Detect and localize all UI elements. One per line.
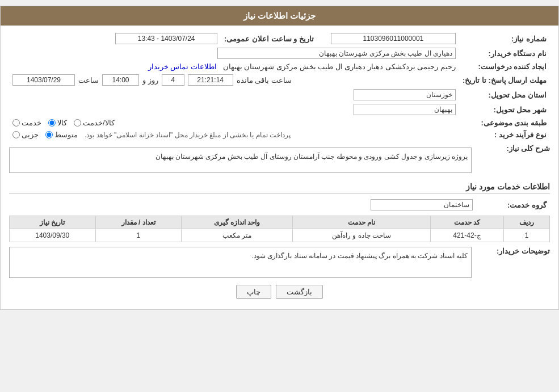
category-radio-service[interactable]: [12, 119, 20, 127]
col-header-date: تاریخ نیاز: [10, 216, 96, 229]
process-label: نوع فرآیند خرید :: [459, 129, 550, 141]
table-cell-date: 1403/09/30: [10, 229, 96, 242]
creator-label: ایجاد کننده درخواست:: [459, 61, 550, 73]
back-button[interactable]: بازگشت: [276, 285, 323, 299]
service-table: ردیف کد حدمت نام حدمت واحد اندازه گیری ت…: [9, 216, 550, 242]
process-note: پرداخت تمام یا بخشی از مبلغ خریدار محل "…: [85, 131, 291, 139]
process-partial-label: جزیی: [22, 130, 39, 139]
col-header-unit: واحد اندازه گیری: [181, 216, 292, 229]
col-header-name: نام حدمت: [293, 216, 431, 229]
remaining-time-label: ساعت باقی مانده: [237, 76, 292, 85]
page-header: جزئیات اطلاعات نیاز: [1, 6, 558, 26]
category-both-label: کالا/خدمت: [83, 119, 115, 127]
process-option-medium[interactable]: متوسط: [45, 130, 78, 139]
table-cell-unit: متر مکعب: [181, 229, 292, 242]
deadline-day-label: روز و: [142, 76, 158, 85]
service-info-title: اطلاعات خدمات مورد نیاز: [9, 182, 550, 194]
contact-link[interactable]: اطلاعات تماس خریدار: [148, 62, 217, 71]
process-radio-partial[interactable]: [12, 131, 20, 138]
process-radio-medium[interactable]: [45, 131, 53, 138]
category-service-label: خدمت: [22, 119, 41, 127]
category-label: طبقه بندی موضوعی:: [459, 117, 550, 129]
col-header-row: ردیف: [504, 216, 550, 229]
table-cell-row: 1: [504, 229, 550, 242]
service-group-label: گروه خدمت:: [476, 197, 550, 212]
deadline-days: 4: [162, 74, 184, 86]
buyer-notes-label: توضیحات خریدار:: [476, 247, 550, 255]
deadline-label: مهلت ارسال پاسخ: تا تاریخ:: [459, 73, 550, 87]
buttons-row: بازگشت چاپ: [9, 285, 550, 299]
table-cell-quantity: 1: [95, 229, 181, 242]
deadline-time-label: ساعت: [78, 76, 99, 85]
city-value: بهبهان: [354, 104, 456, 115]
deadline-time: 14:00: [102, 74, 139, 86]
announcement-date-label: تاریخ و ساعت اعلان عمومی:: [221, 31, 317, 46]
category-goods-label: کالا: [57, 119, 67, 127]
description-value: پروژه زیرسازی و جدول کشی ورودی و محوطه ج…: [9, 147, 472, 173]
category-option-both[interactable]: کالا/خدمت: [74, 119, 115, 127]
table-cell-name: ساخت جاده و راه‌آهن: [293, 229, 431, 242]
city-label: شهر محل تحویل:: [459, 102, 550, 117]
description-label: شرح کلی نیاز:: [476, 144, 550, 153]
print-button[interactable]: چاپ: [236, 285, 271, 299]
remaining-time: 21:21:14: [188, 74, 233, 86]
announcement-date-value: 1403/07/24 - 13:43: [115, 33, 217, 44]
category-radio-both[interactable]: [74, 119, 81, 127]
requester-org-label: نام دستگاه خریدار:: [459, 46, 550, 61]
deadline-date: 1403/07/29: [12, 74, 75, 86]
category-option-service[interactable]: خدمت: [12, 119, 41, 127]
category-option-goods[interactable]: کالا: [48, 119, 67, 127]
requester-org-value: دهیاری ال طیب بخش مرکزی شهرستان بهبهان: [217, 48, 456, 59]
creator-value: رحیم رحیمی بردکشکی دهیار دهیاری ال طیب ب…: [223, 62, 456, 71]
process-option-partial[interactable]: جزیی: [12, 130, 39, 139]
table-row: 1ج-42-421ساخت جاده و راه‌آهنمتر مکعب1140…: [10, 229, 550, 242]
col-header-code: کد حدمت: [430, 216, 503, 229]
province-value: خوزستان: [354, 89, 456, 100]
category-radio-goods[interactable]: [48, 119, 56, 127]
need-number-value: 1103096011000001: [331, 33, 456, 44]
table-cell-code: ج-42-421: [430, 229, 503, 242]
col-header-qty: تعداد / مقدار: [95, 216, 181, 229]
need-number-label: شماره نیاز:: [459, 31, 550, 46]
buyer-notes-value: کلیه اسناد شرکت به همراه برگ پیشنهاد قیم…: [9, 247, 472, 278]
service-group-value: ساختمان: [371, 199, 473, 210]
province-label: استان محل تحویل:: [459, 87, 550, 102]
process-medium-label: متوسط: [54, 130, 78, 139]
